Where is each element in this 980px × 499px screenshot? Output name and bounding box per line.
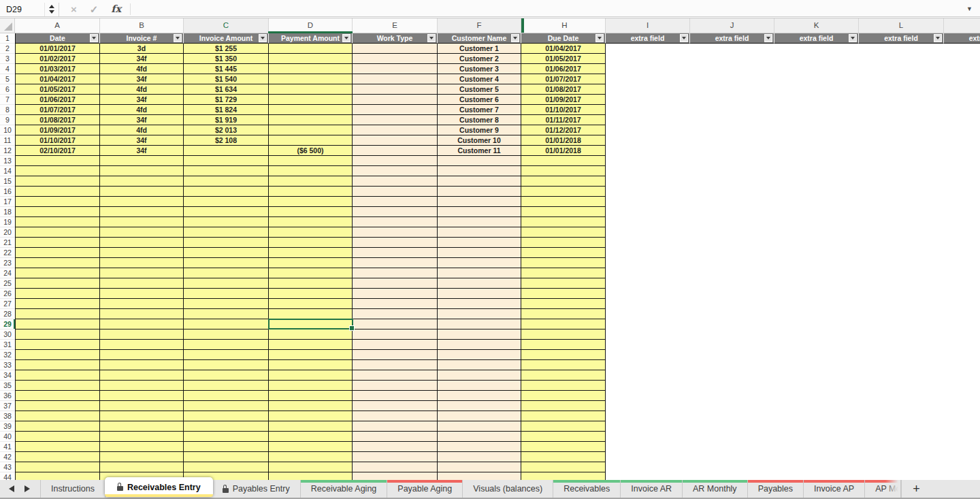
cell-H32[interactable] xyxy=(521,350,606,360)
cell-J20[interactable] xyxy=(690,227,774,238)
cell-F25[interactable] xyxy=(438,278,521,289)
cell-L35[interactable] xyxy=(859,381,944,391)
cell-I7[interactable] xyxy=(606,95,690,105)
cell-B12[interactable]: 34f xyxy=(100,146,184,156)
cell-L10[interactable] xyxy=(859,125,944,135)
cell-M31[interactable] xyxy=(944,340,980,350)
cell-B30[interactable] xyxy=(100,329,184,340)
cell-C39[interactable] xyxy=(184,421,269,432)
cell-A14[interactable] xyxy=(15,166,100,176)
row-header-32[interactable]: 32 xyxy=(0,350,15,360)
cell-C28[interactable] xyxy=(184,309,269,319)
row-header-15[interactable]: 15 xyxy=(0,176,15,187)
cell-I19[interactable] xyxy=(606,217,690,227)
row-header-39[interactable]: 39 xyxy=(0,421,15,432)
cell-D6[interactable] xyxy=(269,84,353,95)
cell-C22[interactable] xyxy=(184,248,269,258)
cell-A41[interactable] xyxy=(15,442,100,452)
cell-F43[interactable] xyxy=(438,462,521,472)
cell-J23[interactable] xyxy=(690,258,774,268)
cell-A3[interactable]: 01/02/2017 xyxy=(15,54,100,64)
cell-K28[interactable] xyxy=(774,309,859,319)
row-header-34[interactable]: 34 xyxy=(0,370,15,381)
column-header-D[interactable]: D xyxy=(269,18,353,33)
cell-A8[interactable]: 01/07/2017 xyxy=(15,105,100,115)
cell-K23[interactable] xyxy=(774,258,859,268)
cell-J2[interactable] xyxy=(690,44,774,54)
cell-C32[interactable] xyxy=(184,350,269,360)
cell-J42[interactable] xyxy=(690,452,774,462)
cell-H17[interactable] xyxy=(521,197,606,207)
cell-M32[interactable] xyxy=(944,350,980,360)
row-header-11[interactable]: 11 xyxy=(0,135,15,146)
cell-I16[interactable] xyxy=(606,187,690,197)
cell-A43[interactable] xyxy=(15,462,100,472)
cell-M28[interactable] xyxy=(944,309,980,319)
cell-K42[interactable] xyxy=(774,452,859,462)
cell-E12[interactable] xyxy=(353,146,438,156)
cell-I18[interactable] xyxy=(606,207,690,217)
sheet-tab-invoice-ap[interactable]: Invoice AP xyxy=(804,480,865,498)
cell-F38[interactable] xyxy=(438,411,521,421)
row-header-19[interactable]: 19 xyxy=(0,217,15,227)
cell-M33[interactable] xyxy=(944,360,980,370)
cell-C31[interactable] xyxy=(184,340,269,350)
cell-C33[interactable] xyxy=(184,360,269,370)
cell-I35[interactable] xyxy=(606,381,690,391)
cell-L17[interactable] xyxy=(859,197,944,207)
cell-K40[interactable] xyxy=(774,432,859,442)
cell-K25[interactable] xyxy=(774,278,859,289)
cell-L34[interactable] xyxy=(859,370,944,381)
cell-D40[interactable] xyxy=(269,432,353,442)
row-header-27[interactable]: 27 xyxy=(0,299,15,309)
cell-F22[interactable] xyxy=(438,248,521,258)
cell-E41[interactable] xyxy=(353,442,438,452)
cell-M38[interactable] xyxy=(944,411,980,421)
cell-J32[interactable] xyxy=(690,350,774,360)
cell-K4[interactable] xyxy=(774,64,859,74)
cell-J15[interactable] xyxy=(690,176,774,187)
spinner-up-icon[interactable] xyxy=(49,5,54,8)
cell-A31[interactable] xyxy=(15,340,100,350)
cell-E37[interactable] xyxy=(353,401,438,411)
cell-D21[interactable] xyxy=(269,238,353,248)
cell-E44[interactable] xyxy=(353,472,438,480)
filter-dropdown-button[interactable] xyxy=(680,34,688,42)
cell-F15[interactable] xyxy=(438,176,521,187)
cell-B27[interactable] xyxy=(100,299,184,309)
cell-D18[interactable] xyxy=(269,207,353,217)
cell-L42[interactable] xyxy=(859,452,944,462)
add-sheet-button[interactable]: + xyxy=(901,480,930,498)
cell-F36[interactable] xyxy=(438,391,521,401)
cell-C29[interactable] xyxy=(184,319,269,329)
cell-I34[interactable] xyxy=(606,370,690,381)
cell-A40[interactable] xyxy=(15,432,100,442)
cell-K10[interactable] xyxy=(774,125,859,135)
cell-D11[interactable] xyxy=(269,135,353,146)
cell-F12[interactable]: Customer 11 xyxy=(438,146,521,156)
column-header-partial[interactable] xyxy=(944,18,980,33)
column-header-L[interactable]: L xyxy=(859,18,944,33)
cell-L16[interactable] xyxy=(859,187,944,197)
sheet-tab-ar-monthly[interactable]: AR Monthly xyxy=(683,480,748,498)
cell-M44[interactable] xyxy=(944,472,980,480)
filter-dropdown-button[interactable] xyxy=(764,34,772,42)
cell-A9[interactable]: 01/08/2017 xyxy=(15,115,100,125)
cell-M10[interactable] xyxy=(944,125,980,135)
cell-J10[interactable] xyxy=(690,125,774,135)
cell-I8[interactable] xyxy=(606,105,690,115)
cell-B24[interactable] xyxy=(100,268,184,278)
cell-L8[interactable] xyxy=(859,105,944,115)
cell-H19[interactable] xyxy=(521,217,606,227)
filter-dropdown-button[interactable] xyxy=(934,34,942,42)
cell-K2[interactable] xyxy=(774,44,859,54)
cell-B19[interactable] xyxy=(100,217,184,227)
field-header-extra-field-L[interactable]: extra field xyxy=(859,33,944,44)
cell-C21[interactable] xyxy=(184,238,269,248)
cell-L18[interactable] xyxy=(859,207,944,217)
filter-dropdown-button[interactable] xyxy=(849,34,857,42)
cell-J17[interactable] xyxy=(690,197,774,207)
cell-E16[interactable] xyxy=(353,187,438,197)
cell-D36[interactable] xyxy=(269,391,353,401)
cell-I30[interactable] xyxy=(606,329,690,340)
